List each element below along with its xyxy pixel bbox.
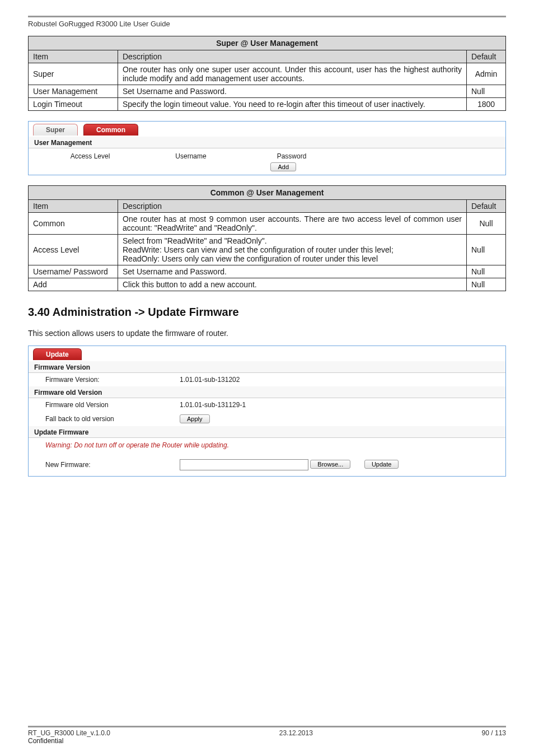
cell-desc: Click this button to add a new account.: [118, 278, 467, 291]
browse-button[interactable]: [310, 460, 350, 469]
cell-desc: Set Username and Password.: [118, 265, 467, 278]
page-footer: RT_UG_R3000 Lite_v.1.0.0 23.12.2013 90 /…: [28, 726, 506, 745]
new-firmware-label: New Firmware:: [45, 461, 180, 469]
firmware-old-version-label: Firmware old Version: [45, 401, 180, 409]
update-firmware-panel: Update Firmware Version Firmware Version…: [28, 346, 506, 477]
cell-item: Common: [29, 213, 118, 235]
footer-date: 23.12.2013: [279, 729, 313, 737]
section-heading: 3.40 Administration -> Update Firmware: [28, 306, 506, 319]
cell-item: User Management: [29, 85, 118, 98]
col-desc: Description: [118, 200, 467, 213]
table2-title: Common @ User Management: [29, 186, 506, 200]
cell-def: Admin: [467, 63, 506, 85]
footer-page: 90 / 113: [482, 729, 506, 737]
desc-line: Select from "ReadWrite" and "ReadOnly".: [123, 236, 462, 245]
cell-desc: Select from "ReadWrite" and "ReadOnly". …: [118, 235, 467, 265]
update-button[interactable]: [364, 460, 399, 469]
cell-desc: One router has only one super user accou…: [118, 63, 467, 85]
cell-def: Null: [467, 265, 506, 278]
header-password: Password: [241, 151, 342, 162]
cell-item: Access Level: [29, 235, 118, 265]
firmware-version-label: Firmware Version:: [45, 376, 180, 384]
header-username: Username: [140, 151, 241, 162]
col-item: Item: [29, 200, 118, 213]
desc-line: ReadWrite: Users can view and set the co…: [123, 245, 462, 254]
add-button[interactable]: [270, 162, 296, 171]
cell-desc: One router has at most 9 common user acc…: [118, 213, 467, 235]
col-item: Item: [29, 50, 118, 63]
tab-super[interactable]: Super: [33, 124, 78, 136]
cell-def: Null: [467, 235, 506, 265]
tab-common[interactable]: Common: [83, 124, 138, 136]
header-access-level: Access Level: [40, 151, 140, 162]
table-super-user-management: Super @ User Management Item Description…: [28, 36, 506, 111]
tab-update[interactable]: Update: [33, 348, 82, 360]
section-user-management: User Management: [29, 137, 505, 148]
table1-title: Super @ User Management: [29, 36, 506, 50]
cell-item: Add: [29, 278, 118, 291]
footer-doc-id: RT_UG_R3000 Lite_v.1.0.0: [28, 729, 110, 737]
cell-item: Username/ Password: [29, 265, 118, 278]
user-management-panel: Super Common User Management Access Leve…: [28, 121, 506, 175]
cell-desc: Specify the login timeout value. You nee…: [118, 98, 467, 111]
desc-line: ReadOnly: Users only can view the config…: [123, 254, 462, 263]
col-desc: Description: [118, 50, 467, 63]
cell-def: Null: [467, 278, 506, 291]
cell-def: Null: [467, 213, 506, 235]
section-firmware-version: Firmware Version: [29, 361, 505, 373]
cell-def: 1800: [467, 98, 506, 111]
section-update-firmware: Update Firmware: [29, 426, 505, 438]
cell-item: Login Timeout: [29, 98, 118, 111]
col-default: Default: [467, 50, 506, 63]
section-intro: This section allows users to update the …: [28, 329, 506, 338]
cell-item: Super: [29, 63, 118, 85]
table-common-user-management: Common @ User Management Item Descriptio…: [28, 185, 506, 291]
cell-desc: Set Username and Password.: [118, 85, 467, 98]
section-firmware-old-version: Firmware old Version: [29, 386, 505, 398]
cell-def: Null: [467, 85, 506, 98]
col-default: Default: [467, 200, 506, 213]
update-warning: Warning: Do not turn off or operate the …: [29, 438, 505, 450]
fallback-label: Fall back to old version: [45, 415, 180, 423]
firmware-old-version-value: 1.01.01-sub-131129-1: [180, 401, 246, 409]
apply-button[interactable]: [180, 414, 210, 423]
firmware-version-value: 1.01.01-sub-131202: [180, 376, 240, 384]
doc-header: Robustel GoRugged R3000 Lite User Guide: [28, 20, 506, 28]
footer-confidential: Confidential: [28, 737, 506, 745]
firmware-file-input[interactable]: [180, 459, 308, 470]
